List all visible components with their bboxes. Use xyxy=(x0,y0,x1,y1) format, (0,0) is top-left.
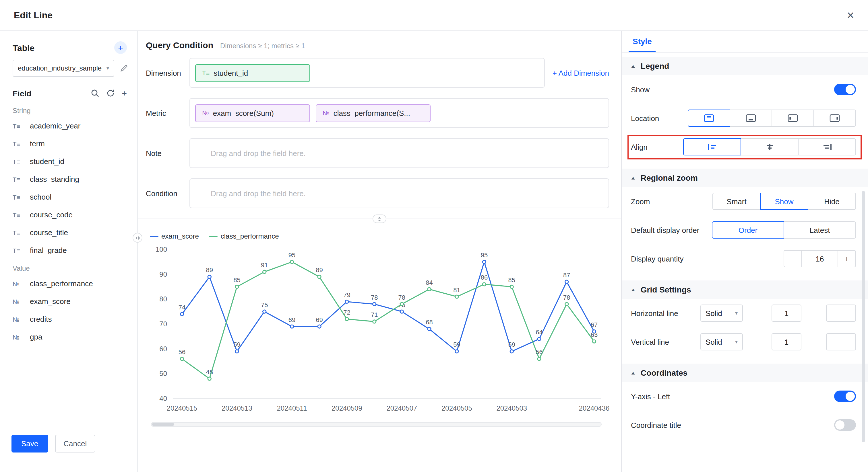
data-point[interactable] xyxy=(400,303,403,306)
refresh-fields-button[interactable] xyxy=(106,89,115,98)
note-dropzone[interactable]: Drag and drop the field here. xyxy=(189,138,609,168)
data-point[interactable] xyxy=(345,317,348,321)
vertical-line-width-input[interactable]: 1 xyxy=(772,333,801,350)
add-dimension-link[interactable]: + Add Dimension xyxy=(545,69,609,77)
data-point[interactable] xyxy=(318,275,321,278)
add-table-button[interactable]: + xyxy=(114,41,127,54)
legend-right-button[interactable] xyxy=(813,109,856,127)
align-left-button[interactable] xyxy=(683,138,741,156)
field-item-course_title[interactable]: T≡course_title xyxy=(0,224,137,241)
field-item-class_standing[interactable]: T≡class_standing xyxy=(0,170,137,188)
horizontal-line-color-swatch[interactable] xyxy=(826,305,856,322)
section-header-regional-zoom[interactable]: ▲ Regional zoom xyxy=(622,169,868,187)
legend-left-button[interactable] xyxy=(772,109,814,127)
plus-icon: + xyxy=(122,88,127,98)
field-item-gpa[interactable]: №gpa xyxy=(0,328,137,346)
field-chip-exam_scoreSum[interactable]: №exam_score(Sum) xyxy=(195,104,310,122)
dimension-dropzone[interactable]: T≡student_id xyxy=(189,58,545,88)
yaxis-left-toggle[interactable] xyxy=(834,391,856,402)
data-point[interactable] xyxy=(510,285,513,288)
section-header-coordinates[interactable]: ▲ Coordinates xyxy=(622,364,868,382)
field-chip-student_id[interactable]: T≡student_id xyxy=(195,64,310,82)
data-point[interactable] xyxy=(400,310,403,313)
data-point[interactable] xyxy=(236,350,239,353)
zoom-option-hide-button[interactable]: Hide xyxy=(808,193,856,210)
field-item-final_grade[interactable]: T≡final_grade xyxy=(0,241,137,259)
vertical-line-color-swatch[interactable] xyxy=(826,333,856,350)
condition-dropzone[interactable]: Drag and drop the field here. xyxy=(189,178,609,208)
zoom-option-smart-button[interactable]: Smart xyxy=(712,193,761,210)
data-point[interactable] xyxy=(318,325,321,328)
table-select[interactable]: education_industry_sample ▾ xyxy=(12,60,114,77)
splitter-drag-handle[interactable] xyxy=(373,214,386,223)
horizontal-line-width-input[interactable]: 1 xyxy=(772,305,801,322)
close-icon[interactable]: × xyxy=(847,9,854,22)
metric-dropzone[interactable]: №exam_score(Sum)№class_performance(S... xyxy=(189,98,609,128)
cancel-button[interactable]: Cancel xyxy=(55,435,95,452)
legend-item-exam_score[interactable]: exam_score xyxy=(150,232,199,240)
field-item-student_id[interactable]: T≡student_id xyxy=(0,153,137,170)
data-point[interactable] xyxy=(263,310,266,313)
data-point[interactable] xyxy=(290,260,293,264)
data-point[interactable] xyxy=(428,328,431,331)
coordinate-title-toggle[interactable] xyxy=(834,419,856,431)
data-point[interactable] xyxy=(565,303,568,306)
data-point[interactable] xyxy=(510,350,513,353)
data-point[interactable] xyxy=(592,340,596,343)
chart-scrollbar-thumb[interactable] xyxy=(152,423,174,426)
data-point[interactable] xyxy=(373,320,376,323)
data-point[interactable] xyxy=(345,300,348,303)
quantity-value[interactable]: 16 xyxy=(801,250,838,267)
order-option-order-button[interactable]: Order xyxy=(712,222,784,239)
field-item-academic_year[interactable]: T≡academic_year xyxy=(0,117,137,135)
section-header-legend[interactable]: ▲ Legend xyxy=(622,57,868,75)
field-item-class_performance[interactable]: №class_performance xyxy=(0,275,137,293)
data-point[interactable] xyxy=(180,312,183,316)
quantity-decrease-button[interactable]: − xyxy=(784,250,802,267)
field-chip-class_performanceS[interactable]: №class_performance(S... xyxy=(316,104,431,122)
data-point[interactable] xyxy=(565,280,568,283)
data-point[interactable] xyxy=(428,288,431,291)
save-button[interactable]: Save xyxy=(11,435,48,452)
section-header-grid-settings[interactable]: ▲ Grid Settings xyxy=(622,280,868,299)
legend-bottom-button[interactable] xyxy=(730,109,772,127)
edit-table-button[interactable] xyxy=(120,64,128,72)
order-option-latest-button[interactable]: Latest xyxy=(784,222,856,239)
field-item-exam_score[interactable]: №exam_score xyxy=(0,293,137,310)
data-point[interactable] xyxy=(373,303,376,306)
field-item-school[interactable]: T≡school xyxy=(0,188,137,206)
svg-text:91: 91 xyxy=(261,262,268,269)
data-point[interactable] xyxy=(538,357,541,361)
data-point[interactable] xyxy=(455,295,458,298)
data-point[interactable] xyxy=(538,337,541,340)
chart-scrollbar[interactable] xyxy=(151,422,601,427)
field-item-term[interactable]: T≡term xyxy=(0,135,137,153)
vertical-line-style-select[interactable]: Solid ▾ xyxy=(701,333,743,350)
string-field-icon: T≡ xyxy=(12,123,26,129)
legend-top-button[interactable] xyxy=(688,109,730,127)
align-right-button[interactable] xyxy=(798,138,856,156)
tab-style[interactable]: Style xyxy=(629,37,656,52)
horizontal-line-style-select[interactable]: Solid ▾ xyxy=(701,305,743,322)
data-point[interactable] xyxy=(455,350,458,353)
field-item-credits[interactable]: №credits xyxy=(0,310,137,328)
legend-show-toggle[interactable] xyxy=(834,84,856,95)
data-point[interactable] xyxy=(208,275,211,278)
data-point[interactable] xyxy=(483,260,486,264)
data-point[interactable] xyxy=(483,283,486,286)
panel-collapse-handle[interactable] xyxy=(133,233,143,243)
data-point[interactable] xyxy=(236,285,239,288)
data-point[interactable] xyxy=(208,377,211,380)
align-center-button[interactable] xyxy=(741,138,799,156)
style-panel-scrollbar[interactable] xyxy=(862,191,865,442)
search-field-button[interactable] xyxy=(91,89,99,98)
data-point[interactable] xyxy=(180,357,183,361)
field-item-course_code[interactable]: T≡course_code xyxy=(0,206,137,224)
data-point[interactable] xyxy=(263,270,266,273)
quantity-increase-button[interactable]: + xyxy=(838,250,856,267)
legend-item-class_performance[interactable]: class_performance xyxy=(209,232,279,240)
table-title: Table xyxy=(12,43,34,53)
add-field-button[interactable]: + xyxy=(122,88,127,98)
zoom-option-show-button[interactable]: Show xyxy=(760,193,808,210)
data-point[interactable] xyxy=(290,325,293,328)
